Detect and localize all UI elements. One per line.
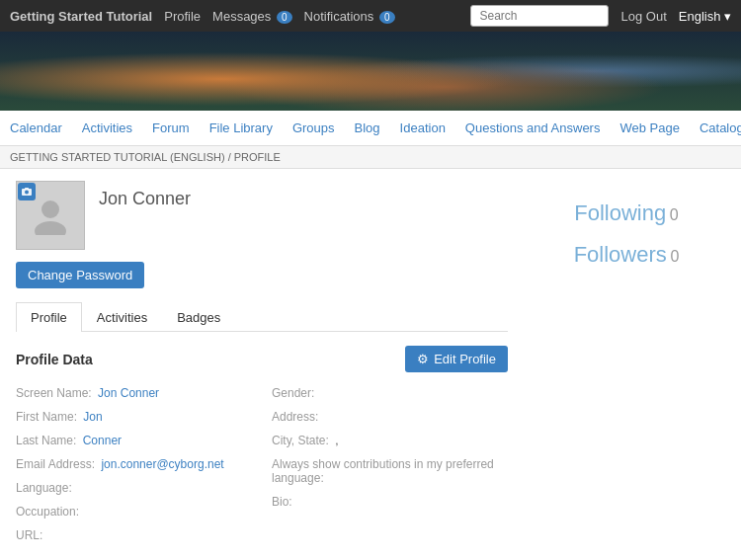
main-content: Jon Conner Change Password Profile Activ… xyxy=(0,169,741,560)
right-column: Following 0 Followers 0 xyxy=(528,181,725,552)
followers-stat: Followers 0 xyxy=(528,242,725,268)
gear-icon: ⚙ xyxy=(417,352,429,366)
svg-point-1 xyxy=(35,221,66,235)
nav-catalog[interactable]: Catalog xyxy=(698,113,741,143)
fields-right-column: Gender: Address: City, State: , Always s… xyxy=(272,386,508,552)
nav-notifications-link[interactable]: Notifications 0 xyxy=(304,9,395,24)
svg-point-3 xyxy=(25,191,29,195)
secondary-nav: Calendar Activities Forum File Library G… xyxy=(0,111,741,146)
profile-data-title: Profile Data xyxy=(16,352,93,367)
nav-blog[interactable]: Blog xyxy=(353,113,382,143)
field-city-state: City, State: , xyxy=(272,434,508,447)
profile-data-section: Profile Data ⚙ Edit Profile Screen Name:… xyxy=(16,346,508,552)
svg-point-0 xyxy=(41,200,59,218)
field-show-contributions: Always show contributions in my preferre… xyxy=(272,457,508,485)
fields-left-column: Screen Name: Jon Conner First Name: Jon … xyxy=(16,386,252,552)
nav-activities[interactable]: Activities xyxy=(80,113,134,143)
top-nav: Getting Started Tutorial Profile Message… xyxy=(0,0,741,32)
profile-name: Jon Conner xyxy=(99,181,191,209)
camera-icon[interactable] xyxy=(18,183,36,200)
followers-label: Followers xyxy=(574,242,667,267)
field-url: URL: xyxy=(16,528,252,542)
tab-badges[interactable]: Badges xyxy=(162,302,235,332)
following-count: 0 xyxy=(670,206,679,223)
field-last-name: Last Name: Conner xyxy=(16,434,252,447)
nav-forum[interactable]: Forum xyxy=(150,113,192,143)
hero-overlay xyxy=(0,32,741,111)
profile-header: Jon Conner xyxy=(16,181,508,250)
brand-title: Getting Started Tutorial xyxy=(10,9,152,24)
tab-activities[interactable]: Activities xyxy=(82,302,162,332)
breadcrumb: GETTING STARTED TUTORIAL (ENGLISH) / PRO… xyxy=(0,146,741,169)
field-first-name: First Name: Jon xyxy=(16,410,252,424)
followers-count: 0 xyxy=(670,248,679,265)
field-gender: Gender: xyxy=(272,386,508,400)
field-occupation: Occupation: xyxy=(16,505,252,519)
left-column: Jon Conner Change Password Profile Activ… xyxy=(16,181,508,552)
avatar-container xyxy=(16,181,85,250)
tabs-container: Profile Activities Badges xyxy=(16,302,508,332)
nav-ideation[interactable]: Ideation xyxy=(398,113,448,143)
logout-button[interactable]: Log Out xyxy=(620,9,666,24)
field-email: Email Address: jon.conner@cyborg.net xyxy=(16,457,252,471)
profile-fields: Screen Name: Jon Conner First Name: Jon … xyxy=(16,386,508,552)
nav-file-library[interactable]: File Library xyxy=(207,113,275,143)
nav-groups[interactable]: Groups xyxy=(290,113,337,143)
language-button[interactable]: English ▾ xyxy=(679,9,731,24)
notifications-badge: 0 xyxy=(379,11,395,24)
field-screen-name: Screen Name: Jon Conner xyxy=(16,386,252,400)
nav-calendar[interactable]: Calendar xyxy=(8,113,64,143)
following-stat: Following 0 xyxy=(528,200,725,226)
messages-badge: 0 xyxy=(277,11,292,24)
nav-questions-answers[interactable]: Questions and Answers xyxy=(463,113,603,143)
edit-profile-button[interactable]: ⚙ Edit Profile xyxy=(405,346,508,372)
nav-web-page[interactable]: Web Page xyxy=(618,113,681,143)
svg-rect-4 xyxy=(25,188,29,190)
search-input[interactable] xyxy=(470,5,609,27)
following-label: Following xyxy=(574,200,666,225)
field-language: Language: xyxy=(16,481,252,495)
profile-data-header: Profile Data ⚙ Edit Profile xyxy=(16,346,508,372)
tab-profile[interactable]: Profile xyxy=(16,302,82,332)
field-bio: Bio: xyxy=(272,495,508,509)
avatar-person-icon xyxy=(31,196,70,235)
hero-banner xyxy=(0,32,741,111)
nav-messages-link[interactable]: Messages 0 xyxy=(212,9,291,24)
change-password-button[interactable]: Change Password xyxy=(16,262,144,288)
field-address: Address: xyxy=(272,410,508,424)
nav-profile-link[interactable]: Profile xyxy=(164,9,201,24)
